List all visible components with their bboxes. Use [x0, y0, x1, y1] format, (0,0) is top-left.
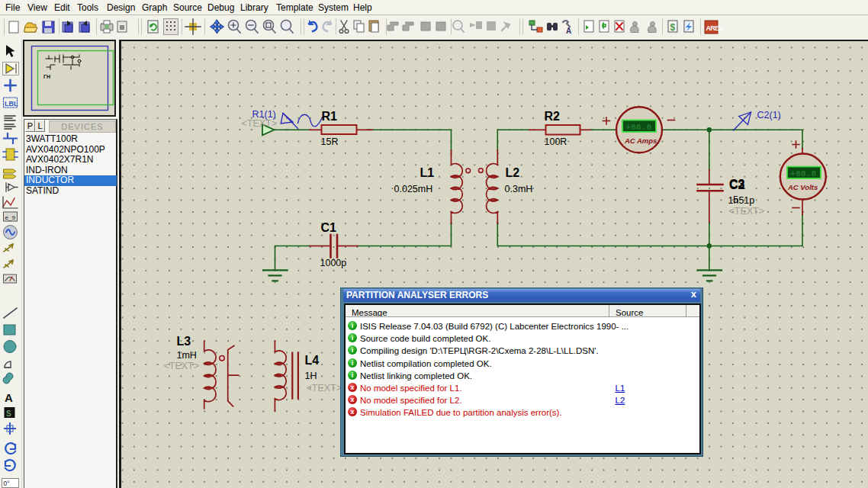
svg-text:e_9: e_9 [5, 214, 16, 221]
svg-text:R2: R2 [545, 110, 561, 123]
svg-text:L1: L1 [420, 166, 435, 179]
svg-text:C2(1): C2(1) [757, 110, 781, 120]
svg-text:0.3mH: 0.3mH [505, 184, 533, 194]
svg-text:<TEXT>: <TEXT> [307, 383, 342, 393]
svg-text:A: A [5, 391, 13, 404]
svg-text:S: S [6, 409, 11, 418]
svg-text:100R: 100R [545, 136, 567, 147]
svg-text:R1: R1 [322, 110, 338, 123]
svg-text:+88.8: +88.8 [625, 122, 652, 132]
svg-text:0.025mH: 0.025mH [394, 184, 433, 194]
svg-text:<TEXT>: <TEXT> [164, 361, 200, 371]
svg-text:+88.8: +88.8 [790, 169, 817, 178]
svg-text:LBL: LBL [5, 100, 18, 108]
svg-text:15R: 15R [321, 136, 339, 147]
svg-text:AC Amps: AC Amps [624, 136, 657, 145]
svg-text:L3: L3 [177, 335, 191, 348]
svg-text:<TEXT>: <TEXT> [242, 118, 278, 129]
svg-text:ГН: ГН [43, 74, 50, 79]
svg-text:C1: C1 [321, 221, 337, 234]
svg-text:0°: 0° [4, 480, 10, 487]
svg-text:1n51p: 1n51p [728, 195, 755, 206]
svg-text:1H: 1H [305, 371, 317, 381]
svg-text:<TEXT>: <TEXT> [729, 206, 765, 217]
svg-text:5: 5 [733, 194, 738, 205]
svg-text:$: $ [670, 22, 676, 33]
svg-text:ARES: ARES [706, 24, 724, 32]
svg-text:1000p: 1000p [320, 258, 347, 268]
svg-text:1mH: 1mH [177, 350, 197, 361]
svg-text:A: A [566, 27, 571, 35]
svg-text:L2: L2 [506, 166, 520, 179]
svg-text:AC Volts: AC Volts [787, 183, 818, 191]
svg-text:L4: L4 [305, 354, 320, 367]
svg-text:C3: C3 [729, 178, 745, 191]
